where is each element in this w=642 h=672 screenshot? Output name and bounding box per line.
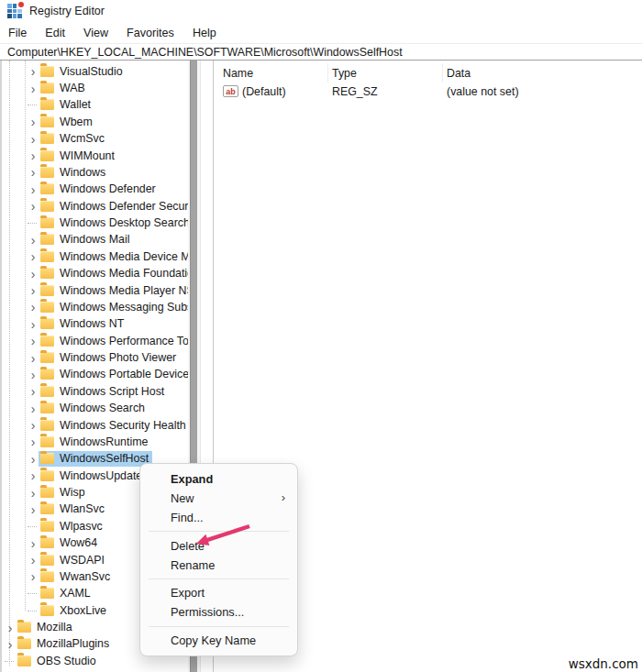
tree-item[interactable]: Windows Security Health [2,417,188,434]
chevron-right-icon[interactable] [28,420,39,431]
tree-item-body[interactable]: Windows Media Device Ma [39,249,188,265]
chevron-right-icon[interactable] [28,83,39,94]
tree-item[interactable]: Wbem [2,114,188,130]
tree-item[interactable]: Windows Photo Viewer [2,349,188,366]
chevron-right-icon[interactable] [28,235,39,246]
tree-item[interactable]: Windows Messaging Subsy [2,299,188,315]
context-menu-item[interactable] [149,626,289,627]
tree-item[interactable]: WAB [2,80,188,96]
context-menu-item[interactable]: Export [140,583,297,602]
context-menu-item[interactable]: Expand [140,469,297,489]
address-bar-input[interactable]: Computer\HKEY_LOCAL_MACHINE\SOFTWARE\Mic… [0,43,642,61]
chevron-right-icon[interactable] [28,593,37,594]
menubar-item[interactable]: File [2,25,33,41]
chevron-right-icon[interactable] [28,150,39,161]
chevron-right-icon[interactable] [28,285,39,296]
tree-item-body[interactable]: Windows [39,165,109,181]
chevron-right-icon[interactable] [28,555,39,566]
chevron-right-icon[interactable] [5,622,16,633]
chevron-right-icon[interactable] [28,184,39,195]
menubar-item[interactable]: Help [186,25,223,41]
chevron-right-icon[interactable] [28,269,39,280]
chevron-right-icon[interactable] [28,488,39,499]
tree-item[interactable]: WindowsRuntime [2,434,188,450]
chevron-right-icon[interactable] [28,504,39,515]
menubar-item[interactable]: View [77,25,115,41]
tree-item-body[interactable]: WindowsRuntime [39,435,151,450]
tree-item-body[interactable]: Wow64 [39,535,101,551]
tree-item-body[interactable]: WindowsSelfHost [39,451,152,467]
tree-item-body[interactable]: WcmSvc [39,131,108,147]
tree-item-body[interactable]: WAB [39,81,89,96]
chevron-right-icon[interactable] [28,134,39,145]
value-name-cell[interactable]: (Default) [219,85,328,98]
tree-item[interactable]: Windows Search [2,401,188,417]
tree-item-body[interactable]: Windows Messaging Subsy [39,300,188,315]
tree-item-body[interactable]: Wlpasvc [39,519,106,534]
chevron-right-icon[interactable] [28,167,39,178]
column-header-type[interactable]: Type [328,63,443,83]
tree-item-body[interactable]: XAML [39,586,94,601]
tree-item-body[interactable]: Windows Search [39,401,149,416]
menubar-item[interactable]: Edit [39,25,72,41]
tree-item[interactable]: Windows Mail [2,232,188,248]
context-menu-item[interactable] [149,578,289,579]
menubar-item[interactable]: Favorites [120,25,181,41]
tree-item-body[interactable]: Windows Photo Viewer [39,350,180,366]
chevron-right-icon[interactable] [28,251,39,262]
tree-item-body[interactable]: WIMMount [39,149,118,164]
tree-item[interactable]: Windows Media Player NS [2,282,188,299]
column-header-name[interactable]: Name [219,63,328,83]
tree-item-body[interactable]: Windows Script Host [39,384,168,400]
tree-item-body[interactable]: Windows Media Foundatio [39,266,188,281]
chevron-right-icon[interactable] [28,538,39,549]
tree-item-body[interactable]: Wallet [39,97,94,113]
chevron-right-icon[interactable] [28,223,37,224]
tree-item-body[interactable]: MozillaPlugins [16,636,113,652]
chevron-right-icon[interactable] [28,336,39,347]
tree-item[interactable]: VisualStudio [2,63,188,80]
tree-item[interactable]: Windows Performance Too [2,333,188,349]
tree-item[interactable]: Wallet [2,97,188,114]
tree-item[interactable]: Windows Desktop Search [2,215,188,231]
chevron-right-icon[interactable] [28,201,39,212]
chevron-right-icon[interactable] [28,526,37,527]
context-menu-item[interactable]: Rename [140,556,297,575]
chevron-right-icon[interactable] [28,116,39,127]
tree-item-body[interactable]: VisualStudio [39,64,127,80]
chevron-right-icon[interactable] [28,302,39,313]
chevron-right-icon[interactable] [28,66,39,77]
chevron-right-icon[interactable] [28,353,39,364]
tree-item-body[interactable]: Mozilla [16,620,76,635]
chevron-right-icon[interactable] [28,403,39,414]
chevron-right-icon[interactable] [28,470,39,481]
tree-item-body[interactable]: Windows NT [39,316,127,332]
tree-item-body[interactable]: Windows Desktop Search [39,215,188,231]
tree-item-body[interactable]: Windows Performance Too [39,334,188,349]
tree-item[interactable]: Windows Defender [2,182,188,198]
chevron-right-icon[interactable] [28,105,37,105]
tree-item-body[interactable]: WSDAPI [39,553,108,568]
tree-item[interactable]: Windows Portable Devices [2,367,188,383]
chevron-right-icon[interactable] [5,661,14,662]
chevron-right-icon[interactable] [28,369,39,380]
tree-item-body[interactable]: WlanSvc [39,501,108,517]
tree-item[interactable]: Windows Script Host [2,383,188,400]
context-menu-item[interactable]: Permissions... [140,602,297,622]
tree-item-body[interactable]: Windows Mail [39,232,133,248]
chevron-right-icon[interactable] [5,639,16,650]
column-header-data[interactable]: Data [443,63,642,83]
tree-item[interactable]: WIMMount [2,148,188,164]
tree-item-body[interactable]: Wisp [39,485,89,501]
tree-item-body[interactable]: OBS Studio [16,654,100,669]
context-menu-item[interactable]: New [140,489,297,508]
tree-item-body[interactable]: Windows Security Health [39,418,188,434]
chevron-right-icon[interactable] [28,436,39,447]
tree-item[interactable]: Windows Defender Securit [2,198,188,215]
value-row[interactable]: (Default) REG_SZ (value not set) [219,83,642,100]
tree-item-body[interactable]: Wbem [39,115,96,130]
tree-item[interactable]: Windows Media Foundatio [2,266,188,282]
tree-item-body[interactable]: Windows Media Player NS [39,283,188,299]
tree-item[interactable]: WcmSvc [2,131,188,148]
tree-item-body[interactable]: Windows Defender [39,182,160,197]
